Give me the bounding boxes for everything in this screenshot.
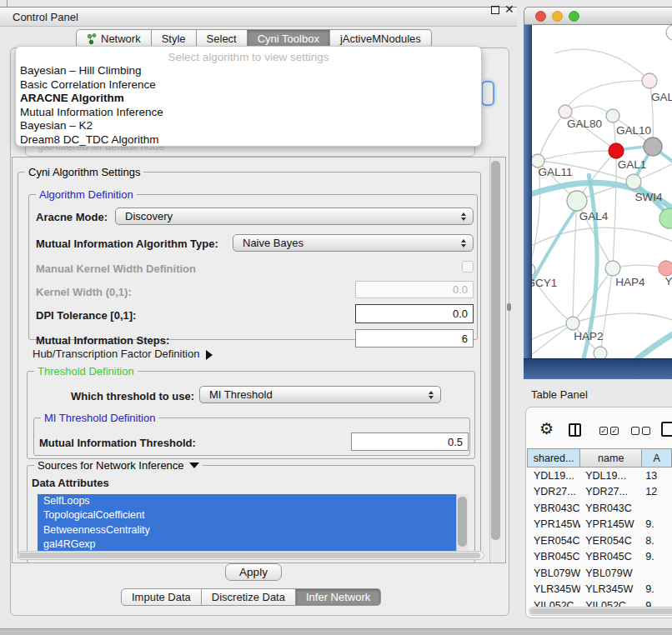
table-row[interactable]: YER054CYER054C8. [527,532,672,549]
split-columns-icon[interactable] [569,423,581,437]
table-cell[interactable]: YBR043C [580,502,642,514]
tab-discretize-data[interactable]: Discretize Data [202,588,296,606]
table-cell[interactable]: YBL079W [527,568,580,579]
table-cell[interactable]: YDL19... [527,470,580,482]
table-cell[interactable]: YIL052C [527,600,580,607]
mi-type-combobox[interactable]: Naive Bayes [233,234,474,252]
aracne-mode-combobox[interactable]: Discovery [115,208,474,225]
table-cell[interactable]: YBL079W [580,568,642,579]
table-row[interactable]: YPR145WYPR145W9. [527,517,672,533]
network-edge[interactable] [613,151,616,268]
column-header-a[interactable]: A [642,448,672,468]
algorithm-option-dream8-dc-tdc-algorithm[interactable]: Dream8 DC_TDC Algorithm [16,133,481,148]
network-canvas[interactable]: GALGAL80GAL10GAL1GAL11SWI4GAL4GCY1HAP4YH… [532,25,672,358]
network-edge[interactable] [532,323,573,358]
attribute-item-topologicalcoefficient[interactable]: TopologicalCoefficient [38,508,456,522]
network-node-hap2[interactable] [566,317,579,330]
network-node[interactable] [594,347,607,358]
algorithm-option-bayesian-k2[interactable]: Bayesian – K2 [16,119,481,133]
settings-horizontal-scrollbar[interactable] [18,551,484,560]
tab-impute-data[interactable]: Impute Data [121,588,202,606]
attribute-list-scrollbar[interactable] [456,494,468,554]
table-horizontal-scrollbar[interactable] [529,607,672,616]
network-node[interactable] [659,208,672,228]
data-attributes-list[interactable]: SelfLoopsTopologicalCoefficientBetweenne… [38,494,456,554]
network-node-y[interactable] [659,261,672,276]
algorithm-combobox-fragment[interactable] [481,81,494,106]
unchecked-checkbox-icon[interactable] [631,427,639,435]
table-cell[interactable]: YDL19... [580,470,642,482]
mi-threshold-field[interactable]: 0.5 [351,432,469,451]
table-cell[interactable]: YER054C [527,535,580,547]
close-traffic-light-icon[interactable] [535,11,546,22]
tab-infer-network[interactable]: Infer Network [296,588,381,606]
table-cell[interactable]: YPR145W [527,518,580,530]
network-node-gal1[interactable] [609,143,624,158]
table-cell[interactable]: 9. [642,551,672,562]
table-cell[interactable]: 9. [642,518,672,530]
attribute-item-selfloops[interactable]: SelfLoops [38,494,456,508]
table-cell[interactable]: YIL052C [580,600,642,607]
algorithm-option-mutual-information-inference[interactable]: Mutual Information Inference [16,106,481,120]
table-cell[interactable]: 8. [642,535,672,547]
network-edge[interactable] [538,151,616,161]
network-window-titlebar[interactable] [524,7,672,25]
checked-checkbox-icon[interactable]: ✓ [610,427,619,435]
table-cell[interactable]: 9. [642,600,672,607]
table-cell[interactable]: 9. [642,583,672,595]
table-cell[interactable]: YBR043C [527,502,580,514]
table-cell[interactable]: YDR27... [580,486,642,498]
network-edge[interactable] [554,49,649,81]
table-cell[interactable]: 12 [642,486,672,498]
network-edge[interactable] [573,201,577,323]
table-row[interactable]: YBR045CYBR045C9. [527,549,672,566]
table-cell[interactable]: 13 [642,470,672,482]
network-node[interactable] [644,138,662,156]
table-cell[interactable]: YPR145W [580,518,642,530]
table-row[interactable]: YDR27...YDR27...12 [527,484,672,501]
table-cell[interactable]: YER054C [580,535,642,547]
table-cell[interactable]: YBR045C [527,551,580,562]
network-edge-highlighted[interactable] [632,332,672,358]
network-node-gal10[interactable] [606,109,619,122]
table-row[interactable]: YLR345WYLR345W9. [527,582,672,598]
attribute-item-gal4rgexp[interactable]: gal4RGexp [38,538,456,552]
column-header-shared[interactable]: shared... [527,448,580,468]
unchecked-checkbox-icon[interactable] [642,427,650,435]
network-edge[interactable] [538,112,565,161]
table-row[interactable]: YDL19...YDL19...13 [527,468,672,484]
table-cell[interactable]: YDR27... [527,486,580,498]
network-node-gal80[interactable] [559,105,572,118]
minimize-traffic-light-icon[interactable] [552,11,563,22]
table-settings-gear-icon[interactable]: ⚙ [539,419,554,438]
network-node-swi4[interactable] [626,174,641,189]
mi-steps-field[interactable]: 6 [355,329,474,348]
float-window-icon[interactable] [491,6,499,14]
algorithm-option-basic-correlation-inference[interactable]: Basic Correlation Inference [16,78,481,92]
panel-splitter-handle[interactable] [507,303,511,311]
dpi-tolerance-field[interactable]: 0.0 [355,304,474,323]
table-row[interactable]: YIL052CYIL052C9. [527,598,672,607]
network-node[interactable] [666,25,672,40]
sources-group-title[interactable]: Sources for Network Inference [34,459,203,472]
hub-section-toggle[interactable]: Hub/Transcription Factor Definition [33,348,213,360]
page-icon[interactable] [661,422,672,437]
algorithm-option-aracne-algorithm[interactable]: ARACNE Algorithm [16,92,481,106]
apply-button[interactable]: Apply [225,563,282,581]
table-row[interactable]: YBR043CYBR043C [527,500,672,517]
table-cell[interactable]: YLR345W [580,583,642,595]
checked-checkbox-icon[interactable]: ✓ [599,427,608,435]
table-cell[interactable]: YBR045C [580,551,642,562]
attribute-item-betweennesscentrality[interactable]: BetweennessCentrality [38,523,456,538]
network-node-hap4[interactable] [605,261,620,276]
network-node-gal[interactable] [642,73,657,88]
network-node-gal4[interactable] [567,191,587,211]
close-icon[interactable]: ✕ [504,2,514,16]
table-cell[interactable]: YLR345W [527,583,580,595]
settings-vertical-scrollbar[interactable] [489,158,501,562]
which-threshold-combobox[interactable]: MI Threshold [199,386,441,403]
column-header-name[interactable]: name [580,448,642,468]
table-row[interactable]: YBL079WYBL079W [527,565,672,582]
algorithm-option-bayesian-hill-climbing[interactable]: Bayesian – Hill Climbing [16,64,481,78]
zoom-traffic-light-icon[interactable] [569,11,579,22]
